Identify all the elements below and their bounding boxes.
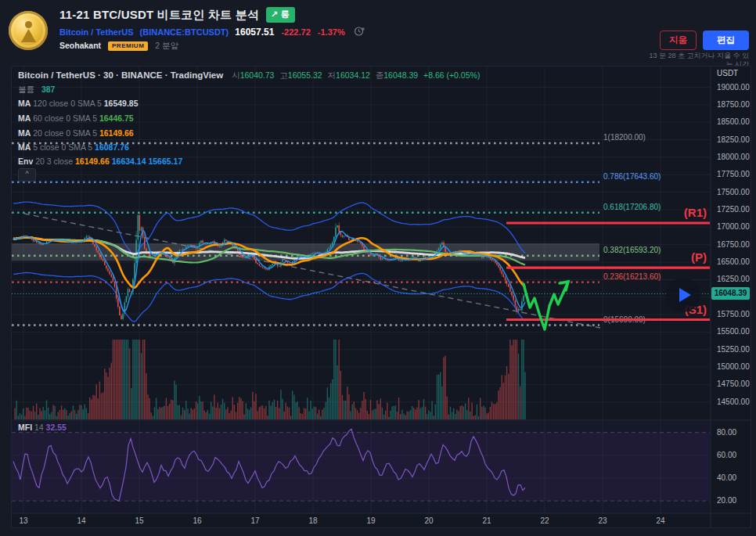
fib-level-label: 0.236(16213.60) <box>603 272 661 281</box>
avatar[interactable] <box>9 11 48 50</box>
author-row: Seohakant PREMIUM 2 분앞 <box>59 41 178 52</box>
exchange-symbol-link[interactable]: (BINANCE:BTCUSDT) <box>140 27 229 37</box>
env-basis-value: 16149.66 <box>75 156 110 166</box>
legend-collapse-button[interactable]: ^ <box>18 168 36 182</box>
indicator-name: MA <box>18 113 31 123</box>
price-tick-label: 15250.00 <box>717 345 756 354</box>
tradingview-chart[interactable]: 1(18200.00)0.786(17643.60)0.618(17206.80… <box>11 66 751 528</box>
symbol-link[interactable]: Bitcoin / TetherUS <box>59 27 134 37</box>
avatar-figure <box>25 21 32 28</box>
fib-level-label: 0.786(17643.60) <box>603 172 661 181</box>
fib-level-label: 0.618(17206.80) <box>603 203 661 211</box>
price-tick-label: 17250.00 <box>717 205 756 214</box>
play-icon <box>679 288 691 302</box>
pivot-label: (P) <box>691 250 707 264</box>
low-label: 저 <box>328 70 337 80</box>
play-button[interactable] <box>666 278 700 312</box>
price-tick-label: 19000.00 <box>717 83 756 92</box>
indicator-params: 5 close 0 SMA 5 <box>33 142 92 152</box>
time-tick-label: 19 <box>359 516 383 525</box>
close-value: 16048.39 <box>383 70 418 80</box>
indicator-value: 16446.75 <box>99 113 134 123</box>
volume-legend-row: 볼륨 387 <box>18 85 55 95</box>
price-tick-label: 17500.00 <box>717 188 756 197</box>
price-change: -222.72 <box>281 27 310 37</box>
idea-header: 11-21 BTC/USDT 비트코인 차트 분석↗ 롱 Bitcoin / T… <box>0 0 756 66</box>
legend-ma20: MA 20 close 0 SMA 5 16149.66 <box>18 128 134 138</box>
indicator-value: 16549.85 <box>104 99 139 108</box>
fib-level-label: 1(18200.00) <box>603 133 646 142</box>
author-name[interactable]: Seohakant <box>59 41 101 50</box>
price-tick-label: 14750.00 <box>717 380 756 389</box>
change-value: +8.66 (+0.05%) <box>423 70 480 80</box>
page-title: 11-21 BTC/USDT 비트코인 차트 분석↗ 롱 <box>59 7 295 23</box>
indicator-name: Env <box>18 156 33 166</box>
time-tick-label: 17 <box>243 516 267 525</box>
indicator-name: MA <box>18 128 31 138</box>
idea-title-text: 11-21 BTC/USDT 비트코인 차트 분석 <box>59 8 259 21</box>
time-tick-label: 18 <box>301 516 325 525</box>
alert-clock-icon[interactable] <box>354 26 365 38</box>
price-tick-label: 17750.00 <box>717 170 756 179</box>
time-tick-label: 23 <box>591 516 614 525</box>
open-value: 16040.73 <box>240 70 275 80</box>
fib-level-label: 0.382(16593.20) <box>603 246 661 254</box>
avatar-figure-body <box>21 29 36 42</box>
price-tick-label: 18750.00 <box>717 100 756 110</box>
legend-symbol[interactable]: Bitcoin / TetherUS · 30 · BINANCE · Trad… <box>18 70 223 80</box>
price-scale-currency: USDT <box>717 69 738 77</box>
mfi-value: 32.55 <box>46 423 67 432</box>
indicator-params: 20 close 0 SMA 5 <box>33 128 97 138</box>
price-tick-label: 14500.00 <box>717 398 756 407</box>
mfi-tick-label: 20.00 <box>717 496 756 505</box>
time-tick-label: 20 <box>417 516 441 525</box>
symbol-row: Bitcoin / TetherUS (BINANCE:BTCUSDT) 160… <box>59 26 365 38</box>
time-tick-label: 13 <box>12 516 35 525</box>
price-tick-label: 15000.00 <box>717 362 756 372</box>
legend-ma5: MA 5 close 0 SMA 5 16087.76 <box>18 142 129 152</box>
price-tick-label: 18000.00 <box>717 153 756 162</box>
edit-button[interactable]: 편집 <box>703 31 749 50</box>
mfi-param: 14 <box>34 423 44 432</box>
current-price-tag: 16048.39 <box>711 287 750 300</box>
price-tick-label: 15750.00 <box>717 310 756 319</box>
time-tick-label: 22 <box>533 516 556 525</box>
indicator-params: 20 3 close <box>35 156 73 166</box>
mfi-name: MFI <box>18 423 32 432</box>
time-tick-label: 14 <box>70 516 93 525</box>
price-tick-label: 17000.00 <box>717 222 756 232</box>
indicator-params: 60 close 0 SMA 5 <box>33 113 97 123</box>
edit-note-line1: 13 분 28 초 고치거나 지울 수 있 <box>649 52 749 59</box>
price-tick-label: 15500.00 <box>717 327 756 336</box>
close-label: 종 <box>376 70 384 80</box>
price-tick-label: 18250.00 <box>717 135 756 145</box>
price-tick-label: 16750.00 <box>717 240 756 250</box>
volume-label: 볼륨 <box>18 85 34 94</box>
mfi-legend-row: MFI 14 32.55 <box>18 423 67 432</box>
time-tick-label: 21 <box>475 516 499 525</box>
volume-value: 387 <box>41 85 56 94</box>
long-direction-badge: ↗ 롱 <box>266 7 295 23</box>
arrow-up-right-icon: ↗ <box>271 9 278 19</box>
legend-env: Env 20 3 close 16149.66 16634.14 15665.1… <box>18 156 182 166</box>
time-tick-label: 16 <box>185 516 209 525</box>
indicator-name: MA <box>18 99 31 108</box>
env-upper-value: 16634.14 <box>112 156 146 166</box>
price-tick-label: 16500.00 <box>717 257 756 267</box>
mfi-tick-label: 40.00 <box>717 473 756 483</box>
legend-ma60: MA 60 close 0 SMA 5 16446.75 <box>18 113 134 123</box>
premium-badge: PREMIUM <box>108 41 148 51</box>
mfi-tick-label: 60.00 <box>717 451 756 460</box>
open-label: 시 <box>232 70 240 80</box>
high-value: 16055.32 <box>288 70 322 80</box>
indicator-value: 16149.66 <box>99 128 134 138</box>
low-value: 16034.12 <box>336 70 370 80</box>
env-lower-value: 15665.17 <box>148 156 182 166</box>
time-ago: 2 분앞 <box>155 41 178 50</box>
last-price: 16057.51 <box>235 27 274 38</box>
price-change-pct: -1.37% <box>318 27 345 37</box>
indicator-params: 120 close 0 SMA 5 <box>33 99 102 108</box>
delete-button[interactable]: 지움 <box>660 31 697 50</box>
price-tick-label: 16250.00 <box>717 275 756 284</box>
legend-ma120: MA 120 close 0 SMA 5 16549.85 <box>18 99 139 108</box>
